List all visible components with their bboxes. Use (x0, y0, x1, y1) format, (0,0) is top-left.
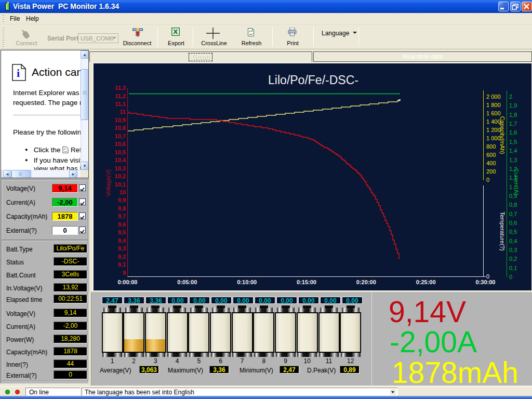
svg-text:1,1: 1,1 (509, 175, 517, 181)
svg-text:0: 0 (509, 274, 512, 280)
svg-text:0,5: 0,5 (509, 229, 517, 235)
svg-text:10,6: 10,6 (115, 141, 126, 147)
svg-text:11,3: 11,3 (115, 85, 126, 91)
svg-text:0: 0 (486, 273, 489, 280)
svg-text:9,1: 9,1 (118, 261, 126, 268)
svg-text:0,3: 0,3 (509, 247, 517, 253)
svg-text:9,8: 9,8 (118, 205, 126, 211)
svg-text:0:20:00: 0:20:00 (356, 279, 376, 285)
svg-text:600: 600 (486, 152, 496, 158)
svg-text:9,7: 9,7 (118, 213, 126, 219)
svg-text:Lilo/Po/Fe/-DSC-: Lilo/Po/Fe/-DSC- (268, 73, 358, 87)
svg-text:2: 2 (509, 94, 512, 100)
svg-text:0,2: 0,2 (509, 256, 517, 262)
svg-text:0: 0 (486, 177, 489, 183)
svg-text:10,8: 10,8 (115, 125, 126, 131)
svg-text:9,6: 9,6 (118, 221, 126, 228)
svg-text:0:15:00: 0:15:00 (297, 279, 316, 285)
svg-text:1 000: 1 000 (486, 135, 501, 141)
svg-text:0:30:00: 0:30:00 (476, 279, 496, 285)
svg-text:400: 400 (486, 160, 496, 166)
svg-text:9,4: 9,4 (118, 237, 126, 244)
svg-text:1,2: 1,2 (509, 166, 517, 172)
svg-text:10,2: 10,2 (115, 173, 126, 179)
svg-text:1 800: 1 800 (486, 102, 501, 108)
svg-text:11: 11 (119, 109, 126, 115)
svg-text:1,3: 1,3 (509, 157, 517, 163)
svg-text:9,2: 9,2 (118, 254, 126, 260)
svg-text:1 400: 1 400 (486, 118, 501, 125)
svg-text:11,1: 11,1 (115, 101, 126, 107)
svg-text:Voltage(V): Voltage(V) (105, 169, 111, 196)
svg-text:0:10:00: 0:10:00 (237, 279, 257, 285)
svg-text:800: 800 (486, 143, 496, 150)
svg-text:0,9: 0,9 (509, 193, 517, 199)
svg-text:0,7: 0,7 (509, 211, 517, 217)
svg-text:i: i (17, 66, 20, 79)
svg-text:1,7: 1,7 (509, 121, 517, 127)
svg-text:0,6: 0,6 (509, 220, 517, 226)
svg-text:10,7: 10,7 (115, 133, 126, 139)
svg-text:11,2: 11,2 (115, 93, 126, 99)
svg-text:10: 10 (119, 189, 126, 195)
svg-text:10,1: 10,1 (115, 181, 126, 188)
svg-text:1 200: 1 200 (486, 127, 501, 133)
svg-text:0,8: 0,8 (509, 202, 517, 208)
svg-text:200: 200 (486, 168, 496, 175)
svg-text:1,4: 1,4 (509, 148, 517, 154)
svg-text:1 600: 1 600 (486, 110, 501, 116)
svg-text:9: 9 (123, 270, 126, 276)
svg-text:2 000: 2 000 (486, 94, 501, 100)
svg-text:1,8: 1,8 (509, 112, 517, 118)
svg-text:10,5: 10,5 (115, 149, 126, 155)
svg-text:10,9: 10,9 (115, 117, 126, 123)
svg-text:0:25:00: 0:25:00 (416, 279, 436, 285)
svg-text:9,9: 9,9 (118, 197, 126, 203)
svg-text:0:00:00: 0:00:00 (118, 279, 138, 285)
svg-text:1,6: 1,6 (509, 129, 517, 136)
svg-text:1,9: 1,9 (509, 102, 517, 109)
svg-text:Current(A): Current(A) (513, 168, 520, 195)
svg-text:Temperature(?): Temperature(?) (499, 211, 506, 250)
svg-text:10,4: 10,4 (115, 157, 126, 163)
svg-text:0,4: 0,4 (509, 238, 517, 244)
svg-text:9,5: 9,5 (118, 229, 126, 235)
svg-text:0,1: 0,1 (509, 265, 517, 271)
svg-text:1: 1 (509, 184, 512, 190)
svg-text:9,3: 9,3 (118, 245, 126, 251)
svg-text:0:05:00: 0:05:00 (177, 279, 197, 285)
svg-text:10,3: 10,3 (115, 165, 126, 171)
svg-text:1,5: 1,5 (509, 139, 517, 145)
